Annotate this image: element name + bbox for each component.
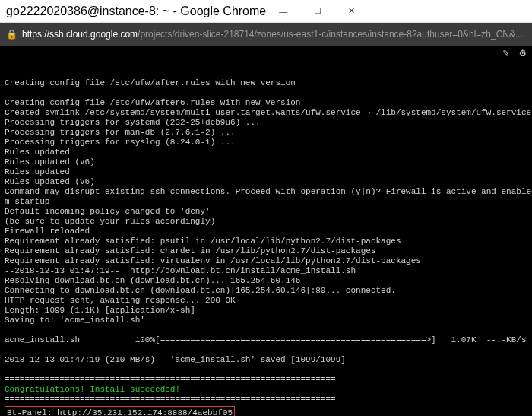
term-line: ========================================… — [5, 395, 336, 404]
term-line: ========================================… — [5, 375, 336, 384]
bt-panel-url: Bt-Panel: http://35.231.152.174:8888/4ae… — [7, 408, 233, 416]
term-line: Resolving download.bt.cn (download.bt.cn… — [5, 276, 300, 285]
term-line: 2018-12-13 01:47:19 (210 MB/s) - 'acme_i… — [5, 355, 346, 364]
term-line: Length: 1099 (1.1K) [application/x-sh] — [5, 306, 195, 315]
lock-icon: 🔒 — [6, 29, 17, 40]
term-line: acme_install.sh 100%[===================… — [5, 335, 532, 345]
term-line: m startup — [5, 197, 49, 206]
term-line: Requirement already satisfied: virtualen… — [5, 256, 421, 265]
term-line: Default incoming policy changed to 'deny… — [5, 207, 211, 216]
gear-icon[interactable]: ⚙ — [520, 49, 526, 59]
credentials-box: Bt-Panel: http://35.231.152.174:8888/4ae… — [5, 406, 235, 416]
term-line: Processing triggers for systemd (232-25+… — [5, 118, 261, 127]
term-line: Rules updated (v6) — [5, 157, 95, 167]
term-line: Requirement already satisfied: psutil in… — [5, 237, 401, 246]
term-line: HTTP request sent, awaiting response... … — [5, 296, 236, 305]
url-host: https://ssh.cloud.google.com — [22, 29, 138, 40]
term-line: Connecting to download.bt.cn (download.b… — [5, 286, 396, 295]
term-line: Rules updated (v6) — [5, 177, 95, 186]
term-line: Creating config file /etc/ufw/after6.rul… — [5, 98, 300, 107]
term-line: Processing triggers for rsyslog (8.24.0-… — [5, 138, 236, 147]
maximize-button[interactable]: ☐ — [300, 0, 334, 22]
window-title: go2222020386@instance-8: ~ - Google Chro… — [6, 5, 266, 18]
close-button[interactable]: ✕ — [334, 0, 369, 22]
term-line: --2018-12-13 01:47:19-- http://download.… — [5, 266, 356, 275]
term-line: Created symlink /etc/systemd/system/mult… — [5, 108, 532, 117]
term-line: Command may disrupt existing ssh connect… — [5, 187, 532, 196]
pencil-icon[interactable]: ✎ — [502, 49, 508, 59]
address-bar[interactable]: 🔒 https://ssh.cloud.google.com/projects/… — [0, 23, 532, 46]
term-line: Requirement already satisfied: chardet i… — [5, 246, 375, 256]
url-path: /projects/driven-slice-218714/zones/us-e… — [138, 29, 523, 40]
window-titlebar: go2222020386@instance-8: ~ - Google Chro… — [0, 0, 532, 23]
term-line: Creating config file /etc/ufw/after.rule… — [5, 78, 296, 87]
term-line: Saving to: 'acme_install.sh' — [5, 316, 145, 325]
term-line: Firewall reloaded — [5, 227, 90, 236]
url-display: https://ssh.cloud.google.com/projects/dr… — [22, 29, 526, 40]
term-line: Rules updated — [5, 167, 70, 176]
term-line: (be sure to update your rules accordingl… — [5, 217, 215, 226]
terminal[interactable]: ✎ ⚙ Creating config file /etc/ufw/after.… — [0, 46, 532, 416]
term-line: Processing triggers for man-db (2.7.6.1-… — [5, 128, 236, 137]
term-line: Rules updated — [5, 148, 70, 157]
minimize-button[interactable]: — — [266, 0, 300, 22]
success-line: Congratulations! Install succeeded! — [5, 385, 180, 394]
terminal-toolbar: ✎ ⚙ — [502, 49, 526, 59]
